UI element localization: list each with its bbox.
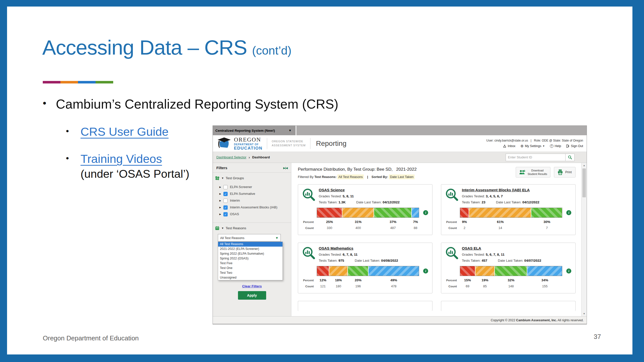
card-title[interactable]: Interim Assessment Blocks (IAB) ELA	[462, 188, 539, 192]
scroll-down-icon[interactable]: ▼	[582, 311, 587, 316]
info-icon[interactable]: i	[423, 210, 428, 215]
collapse-section-icon[interactable]: ▼	[221, 227, 224, 230]
segment-count: 148	[495, 284, 527, 288]
percent-values: 15%19%32%34%	[460, 278, 562, 282]
dropdown-option[interactable]: Test Two	[218, 270, 283, 275]
bar-segment	[317, 208, 342, 217]
system-name: OREGON STATEWIDE ASSESSMENT SYSTEM	[272, 140, 306, 148]
segment-percent: 18%	[329, 278, 348, 282]
magnifier-chart-icon[interactable]	[302, 188, 316, 202]
dropdown-option[interactable]: Spring 2022 (ELPA Summative)	[218, 251, 283, 256]
segment-count: 69	[460, 284, 475, 288]
expand-icon[interactable]: ▶	[219, 185, 221, 188]
crs-user-guide-link[interactable]: CRS User Guide	[80, 125, 169, 139]
dropdown-option[interactable]: Spring 2022 (OSAS)	[218, 256, 283, 261]
magnifier-chart-icon[interactable]	[302, 246, 316, 260]
student-id-input[interactable]	[506, 154, 566, 161]
card-title[interactable]: OSAS ELA	[462, 246, 541, 250]
breadcrumb-dashboard-selector[interactable]: Dashboard Selector	[216, 155, 246, 159]
grades-label: Grades Tested:	[319, 253, 342, 256]
count-values: 6985148155	[460, 284, 562, 288]
checkbox[interactable]: ✓	[223, 205, 228, 210]
dropdown-option[interactable]: All Test Reasons	[218, 242, 283, 247]
sorted-by-value: Date Last Taken	[389, 174, 415, 179]
segment-count: 2	[460, 226, 469, 230]
date-value: 04/12/2022	[522, 200, 539, 204]
scrollbar-thumb[interactable]	[582, 168, 586, 197]
card-title[interactable]: OSAS Science	[319, 188, 400, 192]
bar-segment	[317, 266, 329, 276]
print-button[interactable]: Print	[554, 167, 576, 177]
date-label: Date Last Taken:	[498, 259, 523, 262]
sign-out-button[interactable]: Sign Out	[566, 144, 583, 148]
my-settings-button[interactable]: ⚙ My Settings ▼	[520, 144, 545, 148]
bar-segment	[342, 208, 374, 217]
info-icon[interactable]: i	[566, 268, 571, 274]
sorted-by-label: Sorted By:	[372, 175, 388, 179]
report-heading-block: Performance Distribution, By Test Group:…	[298, 167, 417, 179]
download-student-results-button[interactable]: Download Student Results	[516, 167, 550, 177]
segment-percent: 15%	[460, 278, 475, 282]
help-button[interactable]: ? Help	[550, 144, 561, 148]
scroll-up-icon[interactable]: ▲	[582, 163, 587, 168]
segment-percent: 20%	[348, 278, 368, 282]
crs-tab[interactable]: Centralized Reporting System (New!) ▼	[213, 126, 296, 135]
percent-row-label: Percent	[302, 220, 317, 223]
test-reasons-header[interactable]: ▼ Test Reasons	[213, 223, 291, 232]
test-groups-header[interactable]: ▼ Test Groups	[213, 173, 291, 182]
magnifier-chart-icon[interactable]	[445, 246, 459, 260]
bar-segment	[369, 266, 419, 276]
checkbox[interactable]: ✓	[223, 192, 228, 196]
expand-icon[interactable]: ▶	[219, 212, 221, 215]
expand-icon[interactable]: ▶	[219, 205, 221, 209]
apply-button[interactable]: Apply	[238, 291, 266, 300]
test-reasons-title: Test Reasons	[226, 226, 246, 230]
card-osas-ela: OSAS ELA Grades Tested: 5, 6, 7, 8, 11 T…	[441, 243, 576, 293]
inbox-label: Inbox	[508, 144, 515, 148]
date-value: 04/12/2022	[383, 200, 400, 204]
scrollbar[interactable]: ▲ ▼	[581, 163, 587, 316]
segment-count: 121	[317, 284, 329, 288]
breadcrumb-current: Dashboard	[252, 155, 270, 159]
checkbox[interactable]: ✓	[223, 212, 228, 216]
test-reasons-icon	[215, 226, 220, 231]
checkbox[interactable]	[223, 185, 228, 189]
expand-icon[interactable]: ▶	[219, 192, 221, 195]
slide-footer-text: Oregon Department of Education	[43, 334, 139, 342]
info-icon[interactable]: i	[566, 210, 571, 215]
card-partial	[441, 301, 576, 311]
search-button[interactable]	[566, 154, 575, 161]
test-reasons-select[interactable]: All Test Reasons ▼	[218, 234, 281, 242]
dropdown-option[interactable]: 2021-2022 (ELPA Screener)	[218, 247, 283, 251]
stacked-bar	[460, 266, 562, 276]
chevron-down-icon[interactable]: ▼	[289, 129, 293, 132]
crs-header: OREGON DEPARTMENT OF EDUCATION OREGON ST…	[213, 135, 587, 152]
card-title[interactable]: OSAS Mathematics	[319, 246, 398, 250]
tests-value: 457	[482, 259, 488, 262]
expand-icon[interactable]: ▶	[219, 199, 221, 202]
crs-body: Filters ▶|◀ ▼ Test Groups ▶ELPA Screener…	[213, 163, 587, 316]
dropdown-option[interactable]: Test Five	[218, 261, 283, 266]
ode-logo-text: OREGON DEPARTMENT OF EDUCATION	[234, 137, 262, 150]
grades-label: Grades Tested:	[462, 253, 485, 256]
copyright-prefix: Copyright © 2022	[491, 319, 516, 322]
search-icon	[568, 155, 572, 159]
card-partial	[298, 301, 432, 311]
tests-label: Tests Taken:	[462, 259, 481, 262]
info-icon[interactable]: i	[423, 268, 428, 274]
magnifier-chart-icon[interactable]	[445, 188, 459, 202]
filter-group-label: ELPA Summative	[230, 192, 255, 196]
percent-values: 25%31%37%7%	[317, 220, 419, 224]
clear-filters-link[interactable]: Clear Filters	[242, 284, 262, 288]
title-accent-bar	[43, 81, 113, 83]
percent-values: 12%18%20%49%	[317, 278, 419, 282]
collapse-panel-icon[interactable]: ▶|◀	[283, 166, 288, 170]
inbox-icon	[503, 144, 506, 148]
checkbox[interactable]	[223, 199, 228, 203]
training-videos-link[interactable]: Training Videos	[80, 152, 162, 166]
page-title: Accessing Data – CRS (cont’d)	[42, 36, 292, 59]
dropdown-option[interactable]: Unassigned	[218, 275, 283, 280]
collapse-section-icon[interactable]: ▼	[221, 177, 224, 179]
dropdown-option[interactable]: Test One	[218, 266, 283, 270]
inbox-button[interactable]: Inbox	[503, 144, 515, 148]
